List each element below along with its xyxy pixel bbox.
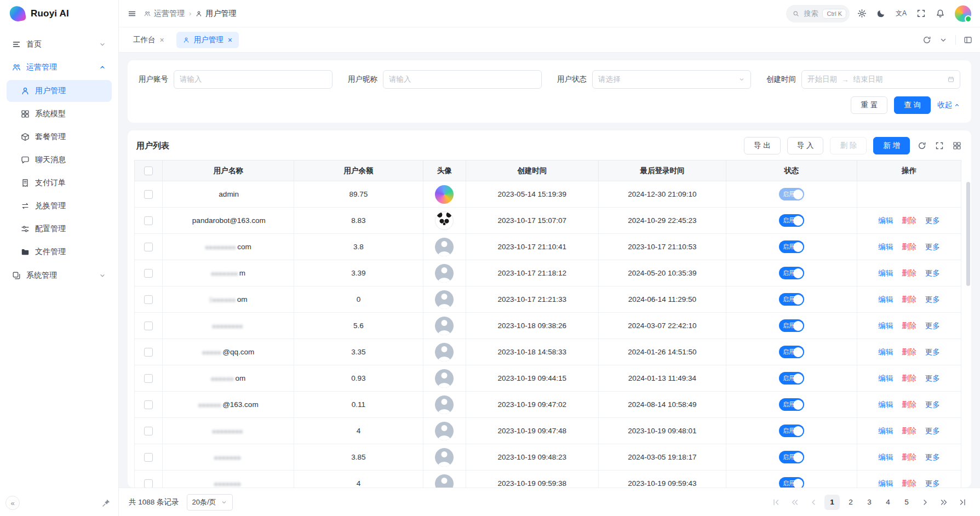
tab-user-management[interactable]: 用户管理 × <box>176 32 239 48</box>
page-button-5[interactable]: 5 <box>899 495 914 510</box>
page-button-1[interactable]: 1 <box>824 495 840 510</box>
scrollbar-thumb[interactable] <box>966 182 970 286</box>
row-checkbox[interactable] <box>144 374 153 383</box>
table-scrollbar[interactable] <box>966 182 970 485</box>
sidebar-item-packages[interactable]: 套餐管理 <box>7 126 112 148</box>
more-link[interactable]: 更多 <box>925 427 940 435</box>
breadcrumb-item[interactable]: 运营管理 <box>144 9 185 19</box>
delete-link[interactable]: 删除 <box>902 453 916 461</box>
sidebar-item-orders[interactable]: 支付订单 <box>7 172 112 194</box>
delete-link[interactable]: 删除 <box>902 479 916 488</box>
sidebar-collapse-button[interactable]: « <box>5 496 20 510</box>
more-link[interactable]: 更多 <box>925 479 940 488</box>
more-link[interactable]: 更多 <box>925 269 940 277</box>
more-link[interactable]: 更多 <box>925 374 940 382</box>
sidebar-item-operations[interactable]: 运营管理 <box>7 56 112 79</box>
status-toggle[interactable]: 启用 <box>779 425 804 437</box>
notification-bell-icon[interactable] <box>936 9 945 18</box>
last-page-button[interactable] <box>955 495 970 510</box>
edit-link[interactable]: 编辑 <box>878 427 893 435</box>
sidebar-item-chat[interactable]: 聊天消息 <box>7 149 112 171</box>
edit-link[interactable]: 编辑 <box>878 295 893 303</box>
edit-link[interactable]: 编辑 <box>878 453 893 461</box>
row-checkbox[interactable] <box>144 479 153 488</box>
table-fullscreen-button[interactable] <box>934 140 945 151</box>
delete-link[interactable]: 删除 <box>902 374 916 382</box>
status-toggle[interactable]: 启用 <box>779 372 804 385</box>
row-checkbox[interactable] <box>144 243 153 251</box>
reset-button[interactable]: 重 置 <box>851 96 887 114</box>
close-icon[interactable]: × <box>160 36 164 44</box>
chevron-down-icon[interactable] <box>939 36 948 44</box>
edit-link[interactable]: 编辑 <box>878 400 893 409</box>
next-page-button[interactable] <box>918 495 933 510</box>
nickname-input[interactable]: 请输入 <box>383 70 542 89</box>
delete-link[interactable]: 删除 <box>902 243 916 251</box>
sidebar-item-users[interactable]: 用户管理 <box>7 80 112 102</box>
delete-link[interactable]: 删除 <box>902 322 916 330</box>
sidebar-item-models[interactable]: 系统模型 <box>7 103 112 125</box>
import-button[interactable]: 导 入 <box>787 137 824 154</box>
page-button-2[interactable]: 2 <box>843 495 858 510</box>
language-translate-icon[interactable]: 文A <box>896 9 907 18</box>
prev-page-button[interactable] <box>806 495 821 510</box>
row-checkbox[interactable] <box>144 400 153 409</box>
status-toggle[interactable]: 启用 <box>779 477 804 488</box>
more-link[interactable]: 更多 <box>925 453 940 461</box>
user-avatar[interactable] <box>955 5 971 22</box>
page-button-4[interactable]: 4 <box>880 495 896 510</box>
edit-link[interactable]: 编辑 <box>878 216 893 225</box>
row-checkbox[interactable] <box>144 295 153 304</box>
edit-link[interactable]: 编辑 <box>878 374 893 382</box>
refresh-icon[interactable] <box>922 36 931 44</box>
status-toggle[interactable]: 启用 <box>779 319 804 332</box>
status-toggle[interactable]: 启用 <box>779 293 804 306</box>
menu-toggle-icon[interactable] <box>128 9 136 18</box>
status-toggle[interactable]: 启用 <box>779 267 804 279</box>
account-input[interactable]: 请输入 <box>174 70 333 89</box>
status-select[interactable]: 请选择 <box>592 70 751 89</box>
sidebar-item-config[interactable]: 配置管理 <box>7 218 112 240</box>
status-toggle[interactable]: 启用 <box>779 214 804 227</box>
more-link[interactable]: 更多 <box>925 295 940 303</box>
settings-gear-icon[interactable] <box>857 9 867 18</box>
more-link[interactable]: 更多 <box>925 322 940 330</box>
status-toggle[interactable]: 启用 <box>779 398 804 411</box>
select-all-checkbox[interactable] <box>144 167 153 175</box>
page-button-3[interactable]: 3 <box>862 495 877 510</box>
add-button[interactable]: 新 增 <box>873 137 910 154</box>
status-toggle[interactable]: 启用 <box>779 451 804 463</box>
status-toggle[interactable]: 启用 <box>779 188 804 200</box>
more-link[interactable]: 更多 <box>925 243 940 251</box>
status-toggle[interactable]: 启用 <box>779 240 804 253</box>
sidebar-item-files[interactable]: 文件管理 <box>7 241 112 263</box>
edit-link[interactable]: 编辑 <box>878 243 893 251</box>
delete-link[interactable]: 删除 <box>902 427 916 435</box>
edit-link[interactable]: 编辑 <box>878 322 893 330</box>
more-link[interactable]: 更多 <box>925 216 940 225</box>
status-toggle[interactable]: 启用 <box>779 346 804 358</box>
delete-link[interactable]: 删除 <box>902 216 916 225</box>
delete-link[interactable]: 删除 <box>902 348 916 356</box>
search-button[interactable]: 查 询 <box>894 96 931 114</box>
row-checkbox[interactable] <box>144 216 153 225</box>
edit-link[interactable]: 编辑 <box>878 269 893 277</box>
more-link[interactable]: 更多 <box>925 400 940 409</box>
dark-mode-moon-icon[interactable] <box>876 9 886 18</box>
row-checkbox[interactable] <box>144 348 153 357</box>
row-checkbox[interactable] <box>144 190 153 199</box>
page-size-select[interactable]: 20条/页 <box>187 494 233 511</box>
delete-button[interactable]: 删 除 <box>830 137 867 154</box>
row-checkbox[interactable] <box>144 269 153 278</box>
export-button[interactable]: 导 出 <box>744 137 781 154</box>
edit-link[interactable]: 编辑 <box>878 479 893 488</box>
tab-workbench[interactable]: 工作台 × <box>127 32 171 48</box>
delete-link[interactable]: 删除 <box>902 400 916 409</box>
table-refresh-button[interactable] <box>916 140 927 151</box>
sidebar-item-exchange[interactable]: 兑换管理 <box>7 195 112 217</box>
next-5-pages-button[interactable] <box>936 495 952 510</box>
global-search[interactable]: 搜索 Ctrl K <box>786 5 850 22</box>
row-checkbox[interactable] <box>144 427 153 435</box>
layout-icon[interactable] <box>964 36 972 44</box>
pin-icon[interactable] <box>102 498 111 507</box>
